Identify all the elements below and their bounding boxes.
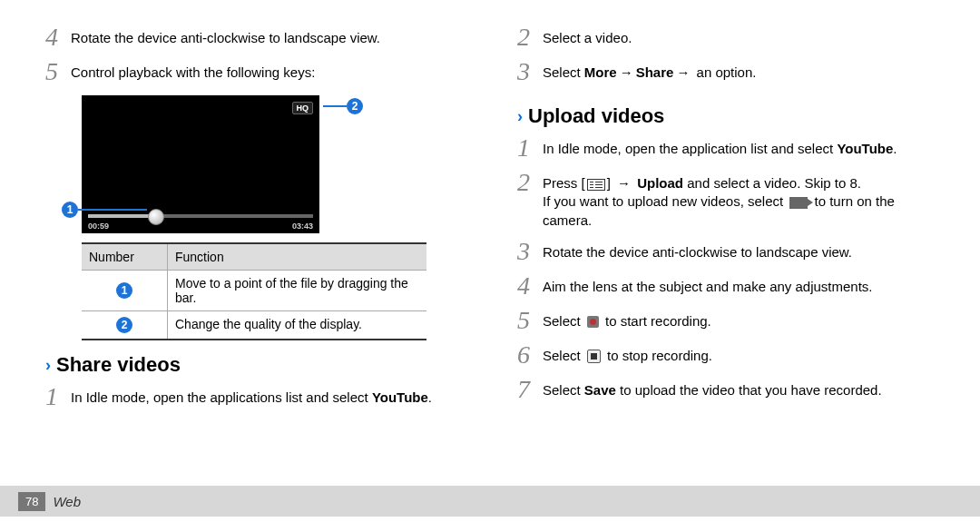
step-text: Select to start recording. [543,308,711,330]
step-number: 1 [517,135,543,161]
step-text: Rotate the device anti-clockwise to land… [71,25,380,47]
columns: 4 Rotate the device anti-clockwise to la… [45,23,935,486]
step-text: Select a video. [543,25,632,47]
arrow-icon: → [676,64,690,80]
step-number: 3 [517,59,543,84]
upload-step-1: 1 In Idle mode, open the application lis… [517,135,935,161]
video-player-figure: HQ 00:59 03:43 1 2 [82,95,336,233]
chevron-icon: › [45,356,51,375]
seek-bar [88,214,313,218]
text-frag: In Idle mode, open the application list … [543,141,837,156]
table-row: 2 Change the quality of the display. [82,311,426,339]
text-frag: to stop recording. [603,348,712,363]
step-text: Control playback with the following keys… [71,59,315,82]
step-text: Aim the lens at the subject and make any… [543,273,873,296]
step-text: Rotate the device anti-clockwise to land… [543,239,852,261]
step-5: 5 Control playback with the following ke… [45,59,463,84]
upload-step-3: 3 Rotate the device anti-clockwise to la… [517,239,935,264]
manual-page: 4 Rotate the device anti-clockwise to la… [0,0,980,532]
cell-callout: 1 [82,271,168,310]
seek-knob [148,209,164,225]
arrow-icon: → [620,64,633,80]
callout-1-icon: 1 [116,282,132,299]
step-number: 5 [45,59,71,84]
upload-step-4: 4 Aim the lens at the subject and make a… [517,273,935,299]
step-text: Press [] → Upload and select a video. Sk… [543,170,935,230]
hq-badge: HQ [292,102,314,114]
bold-more: More [584,64,617,80]
share-step-2: 2 Select a video. [517,25,935,50]
step-number: 7 [517,377,543,402]
share-step-3: 3 Select More→Share→ an option. [517,59,935,84]
section-title: Upload videos [528,104,664,128]
step-number: 2 [517,25,543,50]
text-frag: . [428,389,432,405]
upload-step-6: 6 Select to stop recording. [517,342,935,368]
bold-youtube: YouTube [372,389,428,405]
upload-step-2: 2 Press [] → Upload and select a video. … [517,170,935,230]
page-footer: 78 Web [0,486,980,517]
header-number: Number [82,244,168,270]
text-frag: Select [543,313,584,329]
chevron-icon: › [517,107,523,126]
seek-progress [88,214,155,218]
page-number: 78 [18,492,45,511]
text-frag: to upload the video that you have record… [616,382,882,398]
callout-1-leader [78,209,147,211]
video-player: HQ 00:59 03:43 [82,95,319,233]
time-current: 00:59 [88,222,109,231]
camera-icon [789,197,808,209]
upload-step-5: 5 Select to start recording. [517,308,935,333]
text-frag: If you want to upload new videos, select [543,193,787,209]
text-frag: Press [ [543,175,585,191]
text-frag: ] [607,175,614,191]
upload-step-7: 7 Select Save to upload the video that y… [517,377,935,402]
step-number: 4 [45,25,71,50]
step-number: 5 [517,308,543,333]
step-text: In Idle mode, open the applications list… [71,384,432,407]
bold-share: Share [636,64,674,80]
step-number: 1 [45,384,71,409]
share-section-heading: › Share videos [45,353,463,377]
cell-callout: 2 [82,311,168,339]
share-step-1: 1 In Idle mode, open the applications li… [45,384,463,409]
menu-key-icon [587,179,605,191]
table-header: Number Function [82,244,426,271]
callout-2-leader [323,105,347,107]
step-text: Select Save to upload the video that you… [543,377,882,399]
record-icon [587,316,599,328]
bold-save: Save [584,382,616,398]
cell-function: Change the quality of the display. [168,311,426,339]
step-number: 2 [517,170,543,195]
text-frag: an option. [692,64,756,80]
left-column: 4 Rotate the device anti-clockwise to la… [45,23,463,486]
text-frag: Select [543,64,584,80]
step-number: 3 [517,239,543,264]
text-frag: Select [543,382,584,398]
text-frag: Select [543,348,584,363]
stop-icon [587,350,601,363]
bold-upload: Upload [637,175,683,191]
text-frag: In Idle mode, open the applications list… [71,389,372,405]
bold-youtube: YouTube [837,141,893,156]
table-row: 1 Move to a point of the file by draggin… [82,271,426,311]
callout-2: 2 [347,98,363,114]
cell-function: Move to a point of the file by dragging … [168,271,426,310]
section-title: Share videos [56,353,181,377]
step-number: 4 [517,273,543,299]
text-frag: . [893,141,897,156]
step-number: 6 [517,342,543,368]
step-4: 4 Rotate the device anti-clockwise to la… [45,25,463,50]
upload-section-heading: › Upload videos [517,104,935,128]
function-table: Number Function 1 Move to a point of the… [82,242,426,340]
step-text: Select to stop recording. [543,342,712,365]
arrow-icon: → [617,175,631,191]
text-frag: to start recording. [602,313,711,329]
right-column: 2 Select a video. 3 Select More→Share→ a… [517,23,935,486]
callout-1: 1 [62,202,78,218]
step-text: Select More→Share→ an option. [543,59,756,82]
time-total: 03:43 [292,222,313,231]
step-text: In Idle mode, open the application list … [543,135,897,158]
header-function: Function [168,244,426,270]
footer-section: Web [53,494,81,509]
